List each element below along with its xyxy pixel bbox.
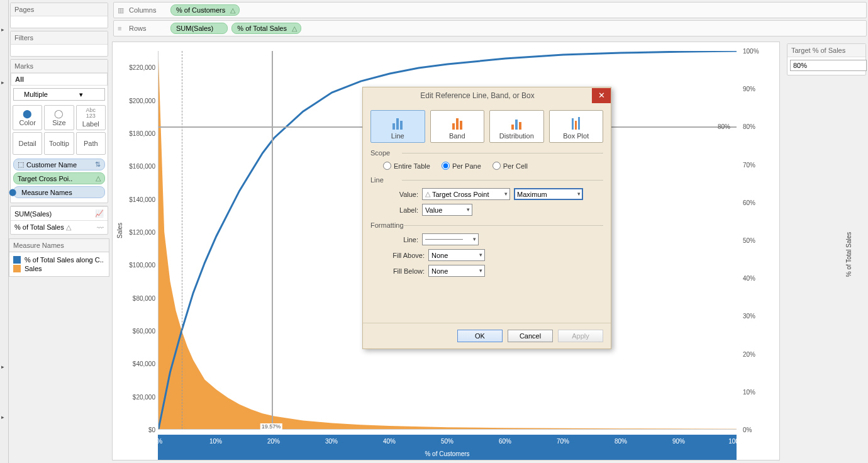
cancel-button[interactable]: Cancel bbox=[508, 330, 553, 342]
filters-card: Filters bbox=[10, 31, 108, 57]
rows-shelf[interactable]: ≡ Rows SUM(Sales) % of Total Sales △ bbox=[113, 20, 867, 36]
tab-distribution[interactable]: Distribution bbox=[489, 110, 544, 143]
sum-sales-row[interactable]: SUM(Sales) 📈 bbox=[11, 206, 108, 220]
y-right-tick: 50% bbox=[743, 237, 768, 244]
pill-target-cross[interactable]: Target Cross Poi.. △ bbox=[13, 172, 105, 184]
columns-shelf[interactable]: ▥ Columns % of Customers △ bbox=[113, 2, 867, 18]
y-left-tick: $20,000 bbox=[126, 393, 155, 400]
chevron-down-icon: ▾ bbox=[479, 267, 482, 274]
band-tab-icon bbox=[452, 114, 462, 130]
value-field-select[interactable]: △Target Cross Point▾ bbox=[422, 188, 510, 200]
rows-pill-2[interactable]: % of Total Sales △ bbox=[231, 23, 301, 34]
chevron-down-icon: ▾ bbox=[467, 206, 470, 213]
reference-y-crosshair bbox=[182, 51, 182, 429]
y-right-tick: 20% bbox=[743, 350, 768, 357]
close-button[interactable]: ✕ bbox=[592, 88, 611, 103]
line-tab-icon bbox=[392, 114, 403, 130]
chevron-down-icon: ▾ bbox=[577, 191, 581, 197]
tab-line[interactable]: Line bbox=[370, 110, 425, 143]
chevron-right-icon: ▸ bbox=[1, 414, 4, 420]
x-tick: 0% bbox=[153, 438, 162, 445]
mark-type-select[interactable]: Multiple ▾ bbox=[13, 88, 105, 101]
right-parameter-panel: Target % of Sales bbox=[785, 42, 868, 77]
chevron-down-icon: ▾ bbox=[479, 252, 482, 258]
x-tick: 60% bbox=[499, 438, 511, 445]
label-label: Label: bbox=[383, 206, 418, 214]
columns-icon: ▥ bbox=[118, 6, 125, 14]
sort-icon: ⇅ bbox=[95, 160, 101, 169]
dialog-tabs: Line Band Distribution Box Plot bbox=[370, 110, 603, 143]
y-axis-right-label: % of Total Sales bbox=[845, 192, 852, 318]
pill-customer-name[interactable]: ⬚ Customer Name ⇅ bbox=[13, 159, 105, 170]
scope-entire-table[interactable]: Entire Table bbox=[383, 162, 430, 170]
mark-label-btn[interactable]: Abc123Label bbox=[76, 105, 106, 130]
scope-per-cell[interactable]: Per Cell bbox=[492, 162, 528, 170]
filters-body[interactable] bbox=[11, 45, 108, 56]
dialog-titlebar[interactable]: Edit Reference Line, Band, or Box ✕ bbox=[363, 87, 611, 104]
fill-above-select[interactable]: None▾ bbox=[428, 249, 485, 261]
y-axis-left-label: Sales bbox=[116, 223, 123, 238]
dialog-body: Line Band Distribution Box Plot Scope En… bbox=[363, 104, 611, 285]
columns-pill[interactable]: % of Customers △ bbox=[170, 4, 240, 16]
label-select[interactable]: Value▾ bbox=[422, 204, 472, 216]
delta-icon: △ bbox=[230, 6, 235, 14]
target-pct-title: Target % of Sales bbox=[787, 44, 865, 57]
x-tick: 100% bbox=[728, 438, 745, 445]
mark-tooltip-btn[interactable]: Tooltip bbox=[44, 132, 74, 155]
filters-title: Filters bbox=[11, 31, 108, 45]
line-preview bbox=[425, 239, 463, 240]
x-axis-band: % of Customers 0%10%20%30%40%50%60%70%80… bbox=[158, 435, 737, 460]
y-left-tick: $80,000 bbox=[126, 294, 155, 301]
reference-line-vertical bbox=[272, 51, 273, 429]
label-icon: Abc123 bbox=[86, 108, 96, 119]
target-pct-input[interactable] bbox=[790, 60, 867, 71]
edit-reference-dialog: Edit Reference Line, Band, or Box ✕ Line… bbox=[362, 87, 611, 349]
scope-label: Scope bbox=[370, 149, 603, 157]
line-style-label: Line: bbox=[383, 236, 418, 243]
mark-color-btn[interactable]: ⬤Color bbox=[13, 105, 42, 130]
scope-per-pane[interactable]: Per Pane bbox=[442, 162, 481, 170]
color-icon: ⬤ bbox=[23, 109, 32, 118]
y-right-tick: 40% bbox=[743, 275, 768, 282]
reference-80-label: 80% bbox=[718, 123, 730, 130]
pages-card: Pages bbox=[10, 3, 108, 28]
chevron-right-icon: ▸ bbox=[1, 26, 4, 33]
x-tick: 10% bbox=[209, 438, 222, 445]
y-right-tick: 10% bbox=[743, 388, 768, 395]
pages-body[interactable] bbox=[11, 16, 108, 28]
ok-button[interactable]: OK bbox=[457, 330, 503, 342]
x-tick: 80% bbox=[615, 438, 627, 445]
y-right-tick: 100% bbox=[743, 48, 768, 55]
mark-size-btn[interactable]: ◯Size bbox=[44, 105, 74, 130]
marks-all[interactable]: All bbox=[11, 73, 108, 86]
y-left-tick: $200,000 bbox=[126, 97, 155, 104]
tab-band[interactable]: Band bbox=[430, 110, 485, 143]
legend-title: Measure Names bbox=[9, 238, 109, 252]
pill-icon: ⬚ bbox=[18, 160, 24, 169]
rows-pill-1[interactable]: SUM(Sales) bbox=[170, 23, 228, 34]
y-left-tick: $60,000 bbox=[126, 327, 155, 334]
mark-path-btn[interactable]: Path bbox=[76, 132, 106, 155]
pct-total-row[interactable]: % of Total Sales △ 〰 bbox=[11, 220, 108, 234]
legend-body: % of Total Sales along C.. Sales bbox=[9, 252, 109, 277]
y-right-tick: 90% bbox=[743, 86, 768, 92]
apply-button[interactable]: Apply bbox=[558, 330, 603, 342]
dist-tab-icon bbox=[511, 114, 521, 130]
left-collapse-strip[interactable]: ▸ ▸ ▸ ▸ bbox=[0, 0, 9, 463]
x-tick: 50% bbox=[441, 438, 453, 445]
tab-boxplot[interactable]: Box Plot bbox=[549, 110, 604, 143]
line-style-select[interactable]: ▾ bbox=[422, 233, 479, 245]
fill-below-select[interactable]: None▾ bbox=[428, 265, 485, 277]
value-agg-select[interactable]: Maximum▾ bbox=[514, 188, 583, 200]
legend-item-1[interactable]: % of Total Sales along C.. bbox=[13, 256, 105, 264]
delta-icon: △ bbox=[292, 25, 297, 33]
x-tick: 30% bbox=[325, 438, 338, 445]
y-left-tick: $160,000 bbox=[126, 163, 155, 170]
dialog-title: Edit Reference Line, Band, or Box bbox=[363, 87, 592, 104]
chevron-down-icon: ▾ bbox=[473, 236, 476, 242]
formatting-label: Formatting bbox=[370, 221, 603, 229]
pill-measure-names[interactable]: ⬤ Measure Names bbox=[13, 186, 105, 198]
x-tick: 20% bbox=[267, 438, 280, 445]
mark-detail-btn[interactable]: Detail bbox=[13, 132, 42, 155]
legend-item-2[interactable]: Sales bbox=[13, 265, 105, 272]
